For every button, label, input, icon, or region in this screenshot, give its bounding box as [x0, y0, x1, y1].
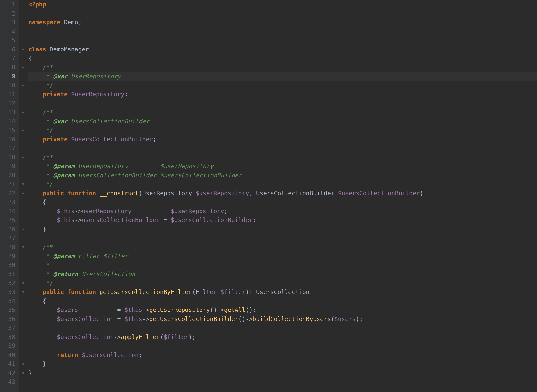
line-number[interactable]: 14: [5, 117, 15, 126]
code-line[interactable]: $this->usersCollectionBuilder = $usersCo…: [28, 216, 537, 225]
line-number[interactable]: 16: [5, 135, 15, 144]
line-number[interactable]: 38: [5, 333, 15, 342]
line-number[interactable]: 3: [5, 18, 15, 27]
line-number[interactable]: 39: [5, 342, 15, 351]
line-number[interactable]: 35: [5, 306, 15, 315]
line-number[interactable]: 19: [5, 162, 15, 171]
fold-column[interactable]: ⊟⊟⊞⊟⊞⊟⊞⊟⊞⊟⊞⊟⊞⊞: [19, 0, 26, 392]
fold-open-icon[interactable]: ⊟: [19, 153, 26, 162]
code-line[interactable]: private $userRepository;: [28, 90, 537, 99]
code-line[interactable]: /**: [28, 153, 537, 162]
line-number[interactable]: 12: [5, 99, 15, 108]
fold-close-icon[interactable]: ⊞: [19, 180, 26, 189]
code-line[interactable]: namespace Demo;: [28, 18, 537, 27]
line-number[interactable]: 23: [5, 198, 15, 207]
line-number[interactable]: 40: [5, 351, 15, 360]
line-number[interactable]: 13: [5, 108, 15, 117]
fold-close-icon[interactable]: ⊞: [19, 225, 26, 234]
code-line[interactable]: $this->userRepository = $userRepository;: [28, 207, 537, 216]
line-number[interactable]: 30: [5, 261, 15, 270]
code-line[interactable]: * @param Filter $filter: [28, 252, 537, 261]
code-line[interactable]: {: [28, 297, 537, 306]
line-number[interactable]: 41: [5, 359, 15, 369]
line-number[interactable]: 21: [5, 180, 15, 189]
code-line[interactable]: */: [28, 81, 537, 90]
code-line[interactable]: [28, 324, 537, 333]
code-line[interactable]: /**: [28, 63, 537, 72]
line-number[interactable]: 5: [5, 36, 15, 45]
fold-open-icon[interactable]: ⊟: [19, 63, 26, 72]
fold-close-icon[interactable]: ⊞: [19, 126, 26, 135]
line-number[interactable]: 29: [5, 252, 15, 261]
code-line[interactable]: {: [28, 198, 537, 207]
fold-open-icon[interactable]: ⊟: [19, 189, 26, 198]
code-area[interactable]: <?phpnamespace Demo;class DemoManager{ /…: [26, 0, 537, 392]
code-line[interactable]: [28, 99, 537, 108]
code-line[interactable]: {: [28, 54, 537, 63]
fold-open-icon[interactable]: ⊟: [19, 243, 26, 252]
line-number[interactable]: 27: [5, 234, 15, 243]
code-line[interactable]: }: [28, 369, 537, 378]
line-number[interactable]: 22: [5, 189, 15, 198]
code-line[interactable]: */: [28, 126, 537, 135]
line-number[interactable]: 17: [5, 144, 15, 153]
line-number[interactable]: 36: [5, 315, 15, 324]
code-line[interactable]: [28, 377, 537, 387]
code-line[interactable]: [28, 342, 537, 351]
code-editor[interactable]: 1234567891011121314151617181920212223242…: [0, 0, 537, 392]
code-line[interactable]: */: [28, 279, 537, 288]
line-number[interactable]: 9: [5, 72, 15, 81]
fold-close-icon[interactable]: ⊞: [19, 369, 26, 378]
line-number[interactable]: 15: [5, 126, 15, 135]
code-line[interactable]: */: [28, 180, 537, 189]
line-number[interactable]: 7: [5, 54, 15, 63]
fold-open-icon[interactable]: ⊟: [19, 288, 26, 297]
code-line[interactable]: *: [28, 261, 537, 270]
code-line[interactable]: }: [28, 225, 537, 234]
code-line[interactable]: * @param UsersCollectionBuilder $usersCo…: [28, 171, 537, 180]
code-line[interactable]: * @var UserRepository: [28, 72, 537, 81]
code-line[interactable]: * @return UsersCollection: [28, 270, 537, 279]
code-line[interactable]: /**: [28, 243, 537, 252]
fold-open-icon[interactable]: ⊟: [19, 45, 26, 54]
line-number[interactable]: 28: [5, 243, 15, 252]
line-number[interactable]: 31: [5, 270, 15, 279]
code-line[interactable]: [28, 36, 537, 45]
line-number[interactable]: 25: [5, 216, 15, 225]
code-line[interactable]: }: [28, 359, 537, 369]
code-line[interactable]: [28, 234, 537, 243]
line-number[interactable]: 1: [5, 0, 15, 9]
code-line[interactable]: * @var UsersCollectionBuilder: [28, 117, 537, 126]
line-number[interactable]: 18: [5, 153, 15, 162]
line-number-gutter[interactable]: 1234567891011121314151617181920212223242…: [0, 0, 19, 392]
code-line[interactable]: <?php: [28, 0, 537, 9]
code-line[interactable]: /**: [28, 108, 537, 117]
line-number[interactable]: 10: [5, 81, 15, 90]
code-line[interactable]: $users = $this->getUserRepository()->get…: [28, 306, 537, 315]
code-line[interactable]: $usersCollection->applyFilter($filter);: [28, 333, 537, 342]
fold-close-icon[interactable]: ⊞: [19, 81, 26, 90]
code-line[interactable]: public function getUsersCollectionByFilt…: [28, 288, 537, 297]
line-number[interactable]: 42: [5, 369, 15, 378]
code-line[interactable]: return $usersCollection;: [28, 351, 537, 360]
code-line[interactable]: [28, 27, 537, 36]
line-number[interactable]: 6: [5, 45, 15, 54]
line-number[interactable]: 33: [5, 288, 15, 297]
line-number[interactable]: 34: [5, 297, 15, 306]
code-line[interactable]: $usersCollection = $this->getUsersCollec…: [28, 315, 537, 324]
fold-close-icon[interactable]: ⊞: [19, 279, 26, 288]
code-line[interactable]: private $usersCollectionBuilder;: [28, 135, 537, 144]
line-number[interactable]: 20: [5, 171, 15, 180]
line-number[interactable]: 24: [5, 207, 15, 216]
code-line[interactable]: * @param UserRepository $userRepository: [28, 162, 537, 171]
fold-open-icon[interactable]: ⊟: [19, 108, 26, 117]
code-line[interactable]: public function __construct(UserReposito…: [28, 189, 537, 198]
line-number[interactable]: 26: [5, 225, 15, 234]
line-number[interactable]: 43: [5, 377, 15, 387]
line-number[interactable]: 2: [5, 9, 15, 18]
fold-close-icon[interactable]: ⊞: [19, 359, 26, 369]
line-number[interactable]: 4: [5, 27, 15, 36]
line-number[interactable]: 11: [5, 90, 15, 99]
code-line[interactable]: [28, 144, 537, 153]
code-line[interactable]: [28, 9, 537, 18]
